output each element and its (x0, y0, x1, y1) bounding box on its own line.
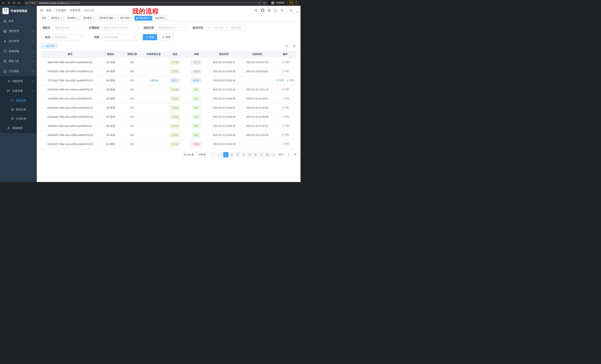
detail-button[interactable]: 详情 (281, 88, 289, 91)
bookmark-star-icon[interactable] (263, 2, 266, 4)
detail-button[interactable]: 详情 (281, 106, 289, 109)
detail-button[interactable]: 详情 (281, 143, 289, 146)
page-button[interactable]: 6 (253, 152, 258, 157)
close-tab-icon[interactable]: × (77, 17, 78, 19)
gear-icon (3, 30, 7, 33)
caret-down-icon (134, 37, 136, 38)
status-badge: 已完成 (170, 115, 180, 119)
page-content: 流程名 所属流程 流程分类 请选择流程分类 提交时间 (37, 21, 300, 162)
start-process-button[interactable]: 发起流程 (41, 44, 57, 49)
page-button[interactable]: 3 (235, 152, 240, 157)
process-id-input[interactable] (102, 25, 138, 31)
close-tab-icon[interactable]: × (93, 17, 94, 19)
tab-my-process-active[interactable]: 我的流程× (134, 16, 152, 21)
close-tab-icon[interactable]: × (130, 17, 132, 19)
result-select[interactable]: 请选择流结果 (102, 34, 138, 40)
cell-result: 已取消 (185, 58, 208, 67)
detail-button[interactable]: 详情 (286, 79, 294, 82)
browser-menu-icon[interactable]: ⋮ (295, 1, 297, 4)
refresh-icon (162, 36, 165, 38)
tab-user-group[interactable]: 用户分组× (118, 16, 133, 21)
font-size-icon[interactable] (280, 9, 284, 12)
page-button[interactable]: 2 (229, 152, 234, 157)
more-pages-button[interactable]: ••• (259, 152, 264, 157)
sidebar-item-process-mgmt[interactable]: 流程管理 (0, 76, 37, 86)
help-icon[interactable] (267, 9, 271, 12)
browser-update-button[interactable]: 更新 ⋮ (287, 1, 299, 5)
browser-reload-icon[interactable] (12, 1, 15, 4)
page-size-select[interactable]: 10条/页 (197, 152, 215, 157)
cell-task-link[interactable]: 一级审批 (142, 76, 165, 85)
sidebar-item-system[interactable]: 系统管理 (0, 26, 37, 36)
tab-home[interactable]: 首页 (40, 16, 48, 21)
breadcrumb-item[interactable]: 工作流程 (55, 9, 66, 12)
not-secure-icon (26, 2, 28, 4)
sidebar-item-workflow[interactable]: 工作流程 (0, 66, 37, 76)
detail-button[interactable]: 详情 (281, 97, 289, 100)
search-icon[interactable] (254, 9, 258, 12)
process-name-input[interactable] (52, 25, 83, 31)
browser-forward-icon[interactable] (7, 1, 10, 4)
app-title: 芋道管理系统 (10, 9, 27, 13)
detail-button[interactable]: 详情 (281, 70, 289, 73)
breadcrumb-item[interactable]: 任务管理 (70, 9, 80, 12)
page-button-last[interactable]: 11 (265, 152, 270, 157)
sidebar-item-payment[interactable]: ¥ 支付管理 (0, 36, 37, 46)
cancel-button[interactable]: 取消 (277, 79, 284, 82)
close-tab-icon[interactable]: × (149, 17, 150, 19)
tab-start-process[interactable]: 发起流程× (153, 16, 169, 21)
close-tab-icon[interactable]: × (165, 17, 167, 19)
detail-button[interactable]: 详情 (281, 133, 289, 136)
next-page-button[interactable]: › (271, 152, 276, 157)
close-tab-icon[interactable]: × (114, 17, 116, 19)
sidebar-item-task-mgmt[interactable]: 任务管理 (0, 86, 37, 96)
toggle-search-button[interactable] (285, 44, 290, 49)
tab-process-form-edit[interactable]: 流程表单-编辑× (97, 16, 118, 21)
incognito-chip[interactable]: 无痕模式 (271, 1, 285, 5)
status-select[interactable]: 请选择状态 (52, 34, 83, 40)
detail-button[interactable]: 详情 (281, 124, 289, 127)
sidebar-fold-icon[interactable] (40, 9, 43, 12)
cell-submit-time: 2022-01-22 23:44:35 (208, 130, 240, 140)
filter-row-2: 状态 请选择状态 结果 请选择流结果 搜索 (41, 34, 297, 40)
fullscreen-icon[interactable] (274, 9, 277, 12)
sidebar-item-done-tasks[interactable]: 已办任务 (0, 114, 37, 123)
prev-page-button[interactable]: ‹ (217, 152, 222, 157)
page-button[interactable]: 4 (241, 152, 246, 157)
browser-home-icon[interactable] (18, 1, 20, 4)
page-button[interactable]: 5 (247, 152, 252, 157)
category-select[interactable]: 请选择流程分类 (156, 25, 187, 31)
incognito-label: 无痕模式 (276, 1, 285, 4)
date-range-picker[interactable]: 开始日期 - 结束日期 (205, 25, 245, 31)
address-bar[interactable]: 不安全 dashboard.yudao.iocoder.cn /bpm/task… (23, 1, 268, 5)
cell-submit-time: 2022-01-22 23:53:35 (208, 67, 240, 76)
sidebar-item-infra[interactable]: 基础设施 (0, 46, 37, 56)
reset-button[interactable]: 重置 (159, 34, 173, 40)
breadcrumb-item[interactable]: 首页 (46, 9, 51, 12)
detail-button[interactable]: 详情 (281, 115, 289, 118)
github-icon[interactable] (261, 9, 264, 12)
cell-id: 331bc281-7b9a-11ec-a290-acde48001122 (41, 130, 100, 140)
sidebar-item-my-process[interactable]: 我的流程 (0, 96, 37, 105)
status-badge: 已完成 (170, 96, 180, 101)
tab-process-model[interactable]: 流程模型× (65, 16, 80, 21)
goto-page-input[interactable] (285, 152, 293, 157)
sidebar-item-devtools[interactable]: 研发工具 (0, 56, 37, 66)
cell-result: 已取消 (185, 67, 208, 76)
tab-process-definition[interactable]: 流程定义× (49, 16, 64, 21)
password-key-icon[interactable] (258, 2, 261, 4)
cell-submit-time: 2022-01-22 23:51:15 (208, 85, 240, 94)
sidebar-item-todo-tasks[interactable]: 待办任务 (0, 105, 37, 114)
search-button[interactable]: 搜索 (143, 34, 157, 40)
cell-status: 已完成 (165, 103, 185, 112)
tab-process-form[interactable]: 流程表单× (81, 16, 96, 21)
user-avatar-menu[interactable] (287, 8, 298, 13)
sidebar-item-home[interactable]: 首页 (0, 16, 37, 26)
refresh-table-button[interactable] (291, 44, 297, 49)
close-tab-icon[interactable]: × (61, 17, 62, 19)
chevron-up-icon (32, 71, 34, 73)
sidebar-item-leave-query[interactable]: 请假查询 (0, 123, 37, 133)
detail-button[interactable]: 详情 (281, 61, 289, 64)
page-button[interactable]: 1 (223, 152, 229, 157)
browser-back-icon[interactable] (2, 1, 5, 4)
